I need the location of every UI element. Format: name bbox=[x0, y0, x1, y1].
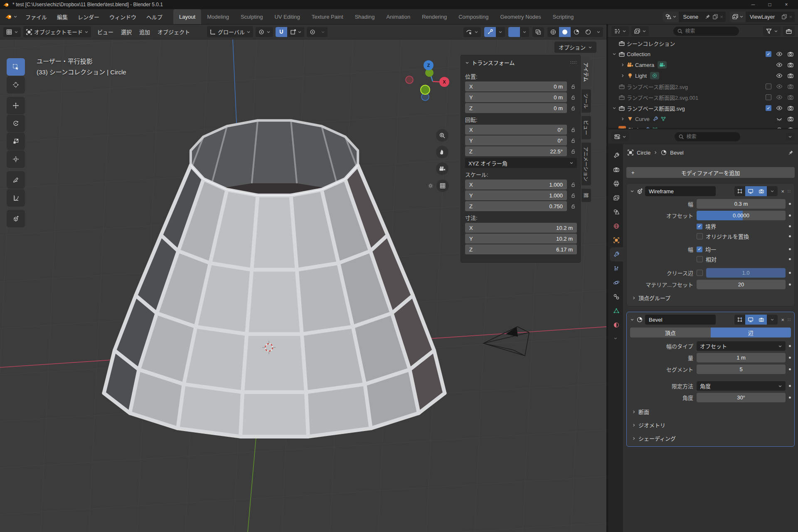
pin-icon[interactable] bbox=[788, 150, 794, 155]
hide-eye-toggle[interactable] bbox=[776, 72, 783, 79]
properties-tab-render[interactable] bbox=[610, 163, 623, 177]
tool-rotate[interactable] bbox=[7, 115, 25, 132]
rotation-z-field[interactable]: Z 22.5° bbox=[465, 146, 567, 156]
display-realtime-toggle[interactable] bbox=[745, 186, 756, 196]
new-viewlayer-icon[interactable] bbox=[781, 14, 787, 20]
modifier-extras-dropdown[interactable] bbox=[767, 315, 778, 325]
keyframe-dot[interactable] bbox=[789, 357, 791, 359]
display-editmode-toggle[interactable] bbox=[734, 315, 745, 325]
bevel-section-2[interactable]: シェーディング bbox=[630, 434, 791, 442]
drag-handle-icon[interactable]: ∷ bbox=[788, 317, 791, 323]
disable-render-toggle[interactable] bbox=[787, 83, 794, 90]
sidebar-tab-アイテム[interactable]: アイテム bbox=[581, 58, 591, 86]
menu-0[interactable]: ファイル bbox=[20, 11, 52, 22]
menu-3[interactable]: ウィンドウ bbox=[104, 11, 141, 22]
falloff-dropdown[interactable] bbox=[318, 27, 328, 37]
tool-annotate[interactable] bbox=[7, 171, 25, 189]
properties-tab-world[interactable] bbox=[610, 219, 623, 233]
outliner-display-mode-dropdown[interactable] bbox=[611, 26, 629, 36]
hide-eye-toggle[interactable] bbox=[776, 126, 783, 129]
add-modifier-button[interactable]: + モディファイアーを追加 bbox=[626, 167, 795, 178]
outliner-item-Light[interactable]: Light bbox=[608, 70, 798, 81]
scene-name[interactable]: Scene bbox=[679, 14, 702, 20]
outliner-item-Curve[interactable]: Curve bbox=[608, 113, 798, 124]
workspace-tab-shading[interactable]: Shading bbox=[349, 9, 381, 24]
options-button[interactable]: オプション bbox=[554, 42, 596, 53]
disable-render-toggle[interactable] bbox=[787, 126, 794, 129]
bevel-section-1[interactable]: ジオメトリ bbox=[630, 421, 791, 429]
lock-icon[interactable] bbox=[570, 94, 577, 100]
segments-field[interactable]: 5 bbox=[697, 365, 786, 374]
blender-menu-button[interactable] bbox=[2, 12, 20, 21]
hide-eye-toggle[interactable] bbox=[776, 105, 783, 111]
drag-handle-icon[interactable]: ∷ bbox=[788, 189, 791, 194]
keyframe-dot[interactable] bbox=[789, 214, 791, 217]
keyframe-dot[interactable] bbox=[789, 248, 791, 250]
outliner-item-ランプベース断面図2.svg.001[interactable]: ランプベース断面図2.svg.001 bbox=[608, 92, 798, 103]
tool-transform[interactable] bbox=[7, 150, 25, 168]
lock-icon[interactable] bbox=[570, 127, 577, 133]
properties-tab-tool[interactable] bbox=[610, 148, 623, 163]
properties-editor-type-button[interactable] bbox=[611, 132, 629, 142]
crease-checkbox[interactable] bbox=[697, 270, 703, 276]
hide-eye-toggle[interactable] bbox=[776, 83, 783, 90]
relative-checkbox[interactable] bbox=[697, 256, 703, 262]
gizmo-dropdown[interactable] bbox=[496, 27, 505, 37]
hide-eye-toggle[interactable] bbox=[776, 51, 783, 57]
maximize-button[interactable]: □ bbox=[761, 0, 778, 9]
sidebar-tab-ツール[interactable]: ツール bbox=[581, 89, 591, 113]
disable-render-toggle[interactable] bbox=[787, 116, 794, 122]
display-realtime-toggle[interactable] bbox=[745, 315, 756, 325]
workspace-tab-uv-editing[interactable]: UV Editing bbox=[268, 9, 305, 24]
show-gizmo-toggle[interactable] bbox=[484, 27, 496, 37]
properties-tab-constraints[interactable] bbox=[610, 290, 623, 304]
properties-tab-object-data[interactable] bbox=[610, 304, 623, 318]
browse-scene-button[interactable] bbox=[663, 12, 679, 22]
location-y-field[interactable]: Y 0 m bbox=[465, 92, 567, 102]
shading-wireframe-button[interactable] bbox=[547, 27, 559, 37]
properties-tab-output[interactable] bbox=[610, 177, 623, 191]
limit-method-dropdown[interactable]: 角度 bbox=[697, 381, 786, 391]
outliner-item-ランプベース断面図2.svg[interactable]: ランプベース断面図2.svg bbox=[608, 81, 798, 92]
keyframe-dot[interactable] bbox=[789, 368, 791, 370]
viewport-menu-1[interactable]: 選択 bbox=[117, 26, 135, 37]
tool-move[interactable] bbox=[7, 97, 25, 114]
dimensions-y-field[interactable]: Y 10.2 m bbox=[465, 234, 577, 244]
affect-vertices-option[interactable]: 頂点 bbox=[630, 328, 711, 337]
sidebar-tab-雑[interactable]: 雑 bbox=[581, 189, 591, 202]
exclude-checkbox[interactable] bbox=[766, 84, 771, 89]
display-render-toggle[interactable] bbox=[756, 315, 767, 325]
pivot-point-dropdown[interactable] bbox=[256, 27, 273, 37]
browse-viewlayer-button[interactable] bbox=[730, 12, 746, 22]
properties-tab-object[interactable] bbox=[610, 233, 623, 247]
outliner-filter-id-dropdown[interactable] bbox=[631, 26, 649, 36]
display-render-toggle[interactable] bbox=[756, 186, 767, 196]
shading-material-button[interactable] bbox=[571, 27, 582, 37]
snap-toggle[interactable] bbox=[276, 27, 287, 37]
minimize-button[interactable]: ─ bbox=[745, 0, 761, 9]
angle-field[interactable]: 30° bbox=[697, 393, 786, 402]
keyframe-dot[interactable] bbox=[789, 283, 791, 286]
disable-render-toggle[interactable] bbox=[787, 51, 794, 57]
exclude-checkbox[interactable] bbox=[766, 94, 771, 100]
properties-tab-modifiers[interactable] bbox=[610, 247, 623, 261]
transform-panel-header[interactable]: トランスフォーム ∷∷ bbox=[465, 58, 577, 70]
viewlayer-name[interactable]: ViewLayer bbox=[746, 14, 779, 20]
camera-view-button[interactable] bbox=[436, 163, 448, 175]
disable-render-toggle[interactable] bbox=[787, 62, 794, 68]
sidebar-tab-アニメーション[interactable]: アニメーション bbox=[581, 143, 591, 186]
disable-render-toggle[interactable] bbox=[787, 94, 794, 101]
drag-handle-icon[interactable]: ∷∷ bbox=[570, 60, 577, 65]
new-scene-icon[interactable] bbox=[712, 14, 718, 20]
unlink-scene-icon[interactable]: × bbox=[720, 14, 723, 20]
transform-orientation-dropdown[interactable]: グローバル bbox=[207, 26, 253, 37]
rotation-mode-dropdown[interactable]: XYZ オイラー角 bbox=[465, 158, 577, 168]
workspace-tab-layout[interactable]: Layout bbox=[173, 9, 201, 24]
workspace-tab-texture-paint[interactable]: Texture Paint bbox=[306, 9, 349, 24]
disable-render-toggle[interactable] bbox=[787, 72, 794, 79]
breadcrumb-object[interactable]: Circle bbox=[637, 150, 650, 156]
affect-edges-option[interactable]: 辺 bbox=[711, 328, 791, 337]
pan-button[interactable] bbox=[436, 146, 448, 158]
outliner-search[interactable] bbox=[673, 27, 739, 36]
workspace-tab-geometry-nodes[interactable]: Geometry Nodes bbox=[494, 9, 547, 24]
